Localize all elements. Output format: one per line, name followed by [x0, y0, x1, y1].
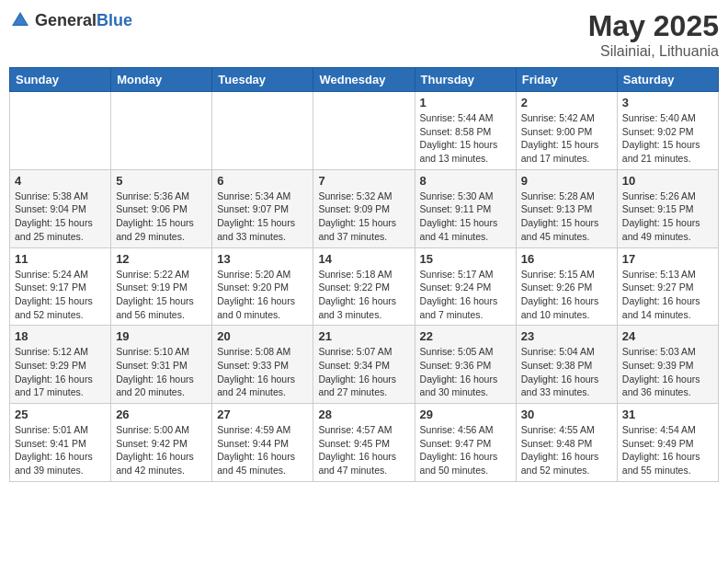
logo-blue: Blue: [97, 11, 132, 29]
day-info: Sunrise: 5:03 AM Sunset: 9:39 PM Dayligh…: [622, 345, 713, 399]
day-number: 17: [622, 252, 713, 266]
day-number: 15: [420, 252, 511, 266]
day-info: Sunrise: 5:01 AM Sunset: 9:41 PM Dayligh…: [15, 423, 106, 477]
day-number: 2: [521, 96, 612, 109]
day-info: Sunrise: 5:07 AM Sunset: 9:34 PM Dayligh…: [318, 345, 409, 399]
calendar-cell: 1Sunrise: 5:44 AM Sunset: 8:58 PM Daylig…: [415, 92, 516, 170]
day-number: 10: [622, 174, 713, 188]
calendar-cell: 2Sunrise: 5:42 AM Sunset: 9:00 PM Daylig…: [516, 92, 617, 170]
calendar-cell: 19Sunrise: 5:10 AM Sunset: 9:31 PM Dayli…: [111, 326, 212, 404]
day-info: Sunrise: 5:44 AM Sunset: 8:58 PM Dayligh…: [420, 111, 511, 166]
logo: GeneralBlue: [9, 9, 132, 31]
day-info: Sunrise: 4:54 AM Sunset: 9:49 PM Dayligh…: [622, 423, 713, 477]
day-info: Sunrise: 5:38 AM Sunset: 9:04 PM Dayligh…: [15, 190, 106, 244]
calendar-cell: 3Sunrise: 5:40 AM Sunset: 9:02 PM Daylig…: [617, 92, 718, 170]
day-number: 25: [15, 408, 106, 421]
day-number: 29: [420, 408, 511, 421]
day-info: Sunrise: 5:32 AM Sunset: 9:09 PM Dayligh…: [318, 190, 409, 244]
calendar-cell: 12Sunrise: 5:22 AM Sunset: 9:19 PM Dayli…: [111, 247, 212, 326]
calendar-cell: 15Sunrise: 5:17 AM Sunset: 9:24 PM Dayli…: [415, 247, 516, 326]
calendar-cell: 11Sunrise: 5:24 AM Sunset: 9:17 PM Dayli…: [10, 247, 111, 326]
day-number: 14: [318, 252, 409, 266]
weekday-header: Sunday: [10, 68, 111, 92]
day-number: 19: [116, 329, 207, 343]
day-info: Sunrise: 4:59 AM Sunset: 9:44 PM Dayligh…: [217, 423, 308, 477]
calendar-week-row: 25Sunrise: 5:01 AM Sunset: 9:41 PM Dayli…: [10, 404, 719, 482]
calendar-cell: 8Sunrise: 5:30 AM Sunset: 9:11 PM Daylig…: [415, 169, 516, 247]
day-info: Sunrise: 5:40 AM Sunset: 9:02 PM Dayligh…: [622, 111, 713, 166]
day-info: Sunrise: 5:18 AM Sunset: 9:22 PM Dayligh…: [318, 268, 409, 322]
calendar-cell: 13Sunrise: 5:20 AM Sunset: 9:20 PM Dayli…: [212, 247, 313, 326]
day-info: Sunrise: 5:34 AM Sunset: 9:07 PM Dayligh…: [217, 190, 308, 244]
day-info: Sunrise: 5:05 AM Sunset: 9:36 PM Dayligh…: [420, 345, 511, 399]
calendar-cell: 29Sunrise: 4:56 AM Sunset: 9:47 PM Dayli…: [415, 404, 516, 482]
calendar-cell: 7Sunrise: 5:32 AM Sunset: 9:09 PM Daylig…: [313, 169, 415, 247]
calendar-cell: 6Sunrise: 5:34 AM Sunset: 9:07 PM Daylig…: [212, 169, 313, 247]
day-number: 11: [15, 252, 106, 266]
day-info: Sunrise: 5:36 AM Sunset: 9:06 PM Dayligh…: [116, 190, 207, 244]
calendar-cell: [111, 92, 212, 170]
weekday-header: Saturday: [617, 68, 718, 92]
day-info: Sunrise: 5:17 AM Sunset: 9:24 PM Dayligh…: [420, 268, 511, 322]
calendar-subtitle: Silainiai, Lithuania: [588, 43, 719, 60]
calendar-cell: [313, 92, 415, 170]
day-number: 5: [116, 174, 207, 188]
calendar-cell: 10Sunrise: 5:26 AM Sunset: 9:15 PM Dayli…: [617, 169, 718, 247]
day-info: Sunrise: 5:13 AM Sunset: 9:27 PM Dayligh…: [622, 268, 713, 322]
day-number: 13: [217, 252, 308, 266]
day-number: 6: [217, 174, 308, 188]
calendar-cell: 25Sunrise: 5:01 AM Sunset: 9:41 PM Dayli…: [10, 404, 111, 482]
day-info: Sunrise: 5:22 AM Sunset: 9:19 PM Dayligh…: [116, 268, 207, 322]
day-info: Sunrise: 5:42 AM Sunset: 9:00 PM Dayligh…: [521, 111, 612, 166]
calendar-cell: 17Sunrise: 5:13 AM Sunset: 9:27 PM Dayli…: [617, 247, 718, 326]
day-number: 18: [15, 329, 106, 343]
day-number: 20: [217, 329, 308, 343]
day-number: 26: [116, 408, 207, 421]
day-number: 30: [521, 408, 612, 421]
calendar-cell: 23Sunrise: 5:04 AM Sunset: 9:38 PM Dayli…: [516, 326, 617, 404]
day-info: Sunrise: 4:56 AM Sunset: 9:47 PM Dayligh…: [420, 423, 511, 477]
logo-general: General: [35, 11, 97, 29]
calendar-cell: 5Sunrise: 5:36 AM Sunset: 9:06 PM Daylig…: [111, 169, 212, 247]
day-info: Sunrise: 5:10 AM Sunset: 9:31 PM Dayligh…: [116, 345, 207, 399]
calendar-cell: 30Sunrise: 4:55 AM Sunset: 9:48 PM Dayli…: [516, 404, 617, 482]
day-number: 22: [420, 329, 511, 343]
calendar-cell: 21Sunrise: 5:07 AM Sunset: 9:34 PM Dayli…: [313, 326, 415, 404]
calendar-cell: 18Sunrise: 5:12 AM Sunset: 9:29 PM Dayli…: [10, 326, 111, 404]
weekday-header: Monday: [111, 68, 212, 92]
day-number: 24: [622, 329, 713, 343]
day-number: 9: [521, 174, 612, 188]
calendar-cell: [212, 92, 313, 170]
day-number: 23: [521, 329, 612, 343]
calendar-cell: [10, 92, 111, 170]
day-info: Sunrise: 5:30 AM Sunset: 9:11 PM Dayligh…: [420, 190, 511, 244]
calendar-week-row: 4Sunrise: 5:38 AM Sunset: 9:04 PM Daylig…: [10, 169, 719, 247]
day-info: Sunrise: 4:57 AM Sunset: 9:45 PM Dayligh…: [318, 423, 409, 477]
day-info: Sunrise: 5:28 AM Sunset: 9:13 PM Dayligh…: [521, 190, 612, 244]
day-number: 3: [622, 96, 713, 109]
day-info: Sunrise: 5:08 AM Sunset: 9:33 PM Dayligh…: [217, 345, 308, 399]
day-info: Sunrise: 5:12 AM Sunset: 9:29 PM Dayligh…: [15, 345, 106, 399]
calendar-cell: 16Sunrise: 5:15 AM Sunset: 9:26 PM Dayli…: [516, 247, 617, 326]
day-number: 28: [318, 408, 409, 421]
page-header: GeneralBlue May 2025 Silainiai, Lithuani…: [9, 9, 719, 60]
day-info: Sunrise: 5:24 AM Sunset: 9:17 PM Dayligh…: [15, 268, 106, 322]
calendar-cell: 9Sunrise: 5:28 AM Sunset: 9:13 PM Daylig…: [516, 169, 617, 247]
day-number: 31: [622, 408, 713, 421]
calendar-title: May 2025: [588, 9, 719, 43]
day-info: Sunrise: 5:00 AM Sunset: 9:42 PM Dayligh…: [116, 423, 207, 477]
calendar-week-row: 1Sunrise: 5:44 AM Sunset: 8:58 PM Daylig…: [10, 92, 719, 170]
day-info: Sunrise: 5:26 AM Sunset: 9:15 PM Dayligh…: [622, 190, 713, 244]
weekday-header: Tuesday: [212, 68, 313, 92]
day-number: 21: [318, 329, 409, 343]
calendar-cell: 31Sunrise: 4:54 AM Sunset: 9:49 PM Dayli…: [617, 404, 718, 482]
weekday-header-row: SundayMondayTuesdayWednesdayThursdayFrid…: [10, 68, 719, 92]
day-info: Sunrise: 5:15 AM Sunset: 9:26 PM Dayligh…: [521, 268, 612, 322]
day-number: 7: [318, 174, 409, 188]
calendar-cell: 26Sunrise: 5:00 AM Sunset: 9:42 PM Dayli…: [111, 404, 212, 482]
day-info: Sunrise: 5:20 AM Sunset: 9:20 PM Dayligh…: [217, 268, 308, 322]
calendar-cell: 20Sunrise: 5:08 AM Sunset: 9:33 PM Dayli…: [212, 326, 313, 404]
calendar-cell: 27Sunrise: 4:59 AM Sunset: 9:44 PM Dayli…: [212, 404, 313, 482]
calendar-week-row: 11Sunrise: 5:24 AM Sunset: 9:17 PM Dayli…: [10, 247, 719, 326]
calendar-cell: 4Sunrise: 5:38 AM Sunset: 9:04 PM Daylig…: [10, 169, 111, 247]
